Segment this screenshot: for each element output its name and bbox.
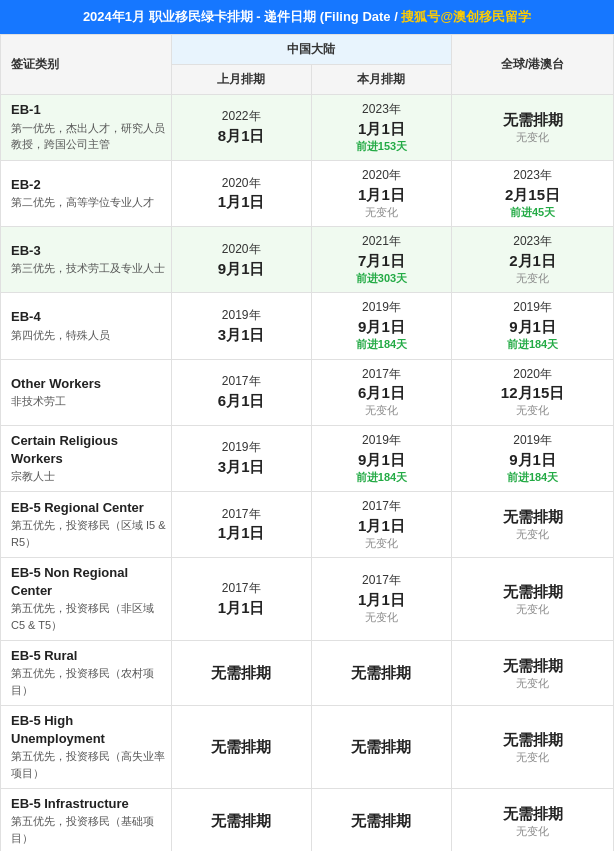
- this-date: 7月1日: [316, 250, 447, 271]
- global-cell: 无需排期无变化: [452, 788, 614, 851]
- last-date: 1月1日: [176, 597, 307, 618]
- this-date: 无需排期: [316, 662, 447, 683]
- global-year: 2019年: [456, 299, 609, 316]
- global-date: 无需排期: [456, 109, 609, 130]
- global-year: 2023年: [456, 233, 609, 250]
- global-cell: 无需排期无变化: [452, 705, 614, 788]
- visa-name: Certain Religious Workers: [11, 433, 118, 466]
- this-month-cell: 2023年1月1日前进153天: [311, 94, 451, 160]
- visa-sub: 第五优先，投资移民（农村项目）: [11, 667, 154, 696]
- visa-cell: EB-5 Non Regional Center第五优先，投资移民（非区域 C5…: [1, 558, 172, 641]
- this-month-cell: 2017年6月1日无变化: [311, 359, 451, 425]
- this-year: 2019年: [316, 432, 447, 449]
- visa-name: EB-3: [11, 243, 41, 258]
- header-title: 2024年1月 职业移民绿卡排期 - 递件日期 (Filing Date /: [83, 9, 398, 24]
- last-year: 2017年: [176, 506, 307, 523]
- global-date: 无需排期: [456, 581, 609, 602]
- last-year: 2019年: [176, 439, 307, 456]
- global-date: 无需排期: [456, 655, 609, 676]
- col-header-global: 全球/港澳台: [452, 35, 614, 95]
- last-date: 6月1日: [176, 390, 307, 411]
- col-header-visa: 签证类别: [1, 35, 172, 95]
- global-cell: 2020年12月15日无变化: [452, 359, 614, 425]
- last-year: 2022年: [176, 108, 307, 125]
- visa-sub: 第五优先，投资移民（非区域 C5 & T5）: [11, 602, 154, 631]
- this-change: 无变化: [316, 536, 447, 551]
- last-date: 1月1日: [176, 522, 307, 543]
- visa-cell: Other Workers非技术劳工: [1, 359, 172, 425]
- this-date: 1月1日: [316, 589, 447, 610]
- header-logo: 搜狐号@澳创移民留学: [401, 9, 531, 24]
- this-change: 无变化: [316, 205, 447, 220]
- this-date: 1月1日: [316, 118, 447, 139]
- global-year: 2019年: [456, 432, 609, 449]
- global-cell: 无需排期无变化: [452, 491, 614, 557]
- global-cell: 2019年9月1日前进184天: [452, 293, 614, 359]
- visa-name: Other Workers: [11, 376, 101, 391]
- last-date: 3月1日: [176, 324, 307, 345]
- global-cell: 无需排期无变化: [452, 641, 614, 706]
- global-change: 无变化: [456, 130, 609, 145]
- global-year: 2023年: [456, 167, 609, 184]
- last-year: 2017年: [176, 580, 307, 597]
- this-month-cell: 无需排期: [311, 788, 451, 851]
- global-cell: 无需排期无变化: [452, 558, 614, 641]
- visa-sub: 第二优先，高等学位专业人才: [11, 196, 154, 208]
- this-year: 2017年: [316, 366, 447, 383]
- visa-name: EB-5 Rural: [11, 648, 77, 663]
- last-date: 无需排期: [176, 736, 307, 757]
- last-year: 2019年: [176, 307, 307, 324]
- visa-cell: EB-5 High Unemployment第五优先，投资移民（高失业率项目）: [1, 705, 172, 788]
- this-change: 前进184天: [316, 470, 447, 485]
- global-date: 2月15日: [456, 184, 609, 205]
- this-year: 2023年: [316, 101, 447, 118]
- last-year: 2020年: [176, 241, 307, 258]
- last-year: 2017年: [176, 373, 307, 390]
- last-date: 9月1日: [176, 258, 307, 279]
- this-year: 2021年: [316, 233, 447, 250]
- last-month-cell: 2017年6月1日: [171, 359, 311, 425]
- global-change: 前进184天: [456, 337, 609, 352]
- last-month-cell: 2017年1月1日: [171, 491, 311, 557]
- global-change: 无变化: [456, 824, 609, 839]
- visa-cell: EB-5 Regional Center第五优先，投资移民（区域 I5 & R5…: [1, 491, 172, 557]
- this-year: 2017年: [316, 498, 447, 515]
- visa-sub: 第四优先，特殊人员: [11, 329, 110, 341]
- this-date: 无需排期: [316, 810, 447, 831]
- this-change: 前进153天: [316, 139, 447, 154]
- this-date: 9月1日: [316, 316, 447, 337]
- last-month-cell: 2019年3月1日: [171, 425, 311, 491]
- global-cell: 2023年2月1日无变化: [452, 227, 614, 293]
- last-month-cell: 2017年1月1日: [171, 558, 311, 641]
- this-month-cell: 2019年9月1日前进184天: [311, 293, 451, 359]
- last-date: 1月1日: [176, 191, 307, 212]
- this-month-cell: 2021年7月1日前进303天: [311, 227, 451, 293]
- this-date: 无需排期: [316, 736, 447, 757]
- header: 2024年1月 职业移民绿卡排期 - 递件日期 (Filing Date / 搜…: [0, 0, 614, 34]
- last-month-cell: 无需排期: [171, 705, 311, 788]
- visa-sub: 第五优先，投资移民（基础项目）: [11, 815, 154, 844]
- visa-sub: 非技术劳工: [11, 395, 66, 407]
- global-date: 12月15日: [456, 382, 609, 403]
- last-month-cell: 2020年9月1日: [171, 227, 311, 293]
- visa-sub: 第五优先，投资移民（区域 I5 & R5）: [11, 519, 166, 548]
- visa-sub: 第五优先，投资移民（高失业率项目）: [11, 750, 165, 779]
- col-header-last: 上月排期: [171, 64, 311, 94]
- this-change: 前进303天: [316, 271, 447, 286]
- this-change: 无变化: [316, 610, 447, 625]
- global-change: 无变化: [456, 403, 609, 418]
- this-month-cell: 2017年1月1日无变化: [311, 491, 451, 557]
- global-change: 前进45天: [456, 205, 609, 220]
- visa-cell: EB-1第一优先，杰出人才，研究人员教授，跨国公司主管: [1, 94, 172, 160]
- this-change: 无变化: [316, 403, 447, 418]
- visa-cell: EB-3第三优先，技术劳工及专业人士: [1, 227, 172, 293]
- global-date: 9月1日: [456, 449, 609, 470]
- global-year: 2020年: [456, 366, 609, 383]
- this-date: 1月1日: [316, 184, 447, 205]
- col-header-this: 本月排期: [311, 64, 451, 94]
- global-date: 无需排期: [456, 803, 609, 824]
- this-date: 6月1日: [316, 382, 447, 403]
- global-change: 无变化: [456, 676, 609, 691]
- global-change: 无变化: [456, 602, 609, 617]
- last-date: 无需排期: [176, 662, 307, 683]
